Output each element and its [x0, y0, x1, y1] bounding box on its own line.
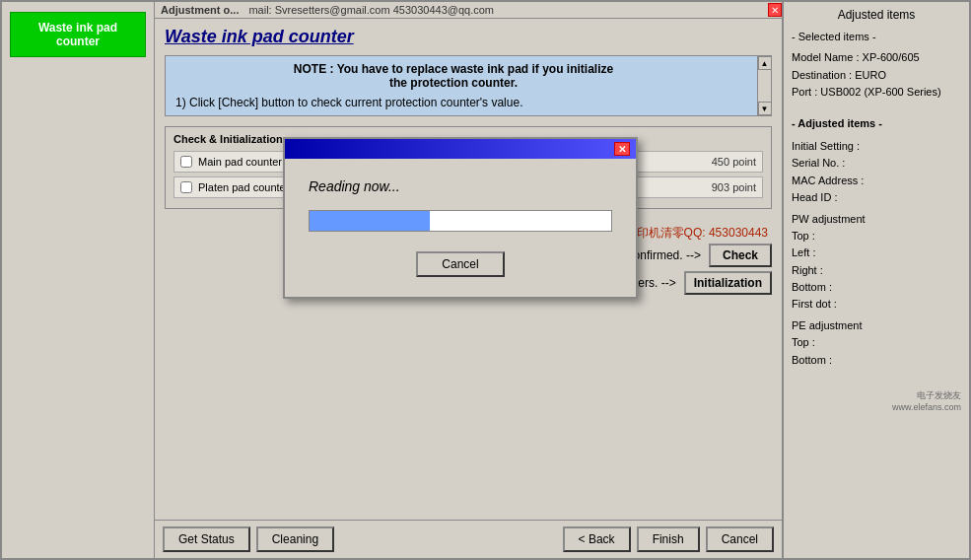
model-name-row: Model Name : XP-600/605 [792, 50, 961, 65]
modal-cancel-button[interactable]: Cancel [416, 251, 504, 277]
pw-left-label: Left : [792, 246, 815, 258]
pw-firstdot-row: First dot : [792, 297, 961, 312]
reading-dialog: ✕ Reading now... Cancel [283, 137, 638, 299]
modal-body: Reading now... Cancel [285, 159, 636, 297]
right-panel-title: Adjusted items [792, 8, 961, 22]
pw-firstdot-label: First dot : [792, 298, 837, 310]
cleaning-button[interactable]: Cleaning [256, 526, 334, 552]
app-title: Adjustment o... [155, 2, 244, 18]
pe-top-label: Top : [792, 336, 815, 348]
cancel-button[interactable]: Cancel [706, 526, 774, 552]
bottom-toolbar: Get Status Cleaning < Back Finish Cancel [155, 520, 782, 558]
pw-top-label: Top : [792, 230, 815, 242]
pw-adjustment-label: PW adjustment [792, 212, 961, 227]
pw-left-row: Left : [792, 245, 961, 260]
pe-bottom-row: Bottom : [792, 353, 961, 368]
pw-bottom-label: Bottom : [792, 281, 832, 293]
destination-label: Destination : [792, 69, 852, 81]
logo-text: 电子发烧友www.elefans.com [892, 389, 961, 412]
model-name-value: XP-600/605 [863, 51, 920, 63]
left-sidebar: Waste ink pad counter [2, 2, 155, 558]
serial-no-row: Serial No. : [792, 156, 961, 171]
right-panel: Adjusted items - Selected items - Model … [782, 2, 969, 558]
finish-button[interactable]: Finish [637, 526, 700, 552]
back-button[interactable]: < Back [563, 526, 631, 552]
port-value: USB002 (XP-600 Series) [820, 86, 940, 98]
port-label: Port : [792, 86, 817, 98]
main-content: Adjustment o... mail: Svresetters@gmail.… [155, 2, 782, 558]
modal-overlay: ✕ Reading now... Cancel [155, 19, 782, 520]
sidebar-item-waste-ink[interactable]: Waste ink pad counter [10, 12, 146, 57]
email-bar: mail: Svresetters@gmail.com 453030443@qq… [244, 2, 498, 18]
app-top-bar: Adjustment o... mail: Svresetters@gmail.… [155, 2, 782, 19]
modal-cancel-row: Cancel [309, 251, 612, 277]
selected-items-header: - Selected items - [792, 30, 961, 44]
progress-container [309, 210, 612, 232]
serial-no-label: Serial No. : [792, 157, 845, 169]
initial-setting-row: Initial Setting : [792, 139, 961, 154]
main-window: Waste ink pad counter Adjustment o... ma… [0, 0, 971, 560]
modal-titlebar: ✕ [285, 139, 636, 159]
destination-row: Destination : EURO [792, 68, 961, 83]
destination-value: EURO [855, 69, 886, 81]
content-area: Waste ink pad counter NOTE : You have to… [155, 19, 782, 520]
model-name-label: Model Name : [792, 51, 859, 63]
pw-bottom-row: Bottom : [792, 280, 961, 295]
pw-right-row: Right : [792, 263, 961, 278]
progress-bar [310, 211, 430, 231]
reading-text: Reading now... [309, 178, 612, 194]
adjusted-items-header: - Adjusted items - [792, 116, 961, 131]
window-close-btn[interactable]: ✕ [768, 3, 782, 17]
pe-bottom-label: Bottom : [792, 354, 832, 366]
pe-top-row: Top : [792, 335, 961, 350]
pw-top-row: Top : [792, 229, 961, 244]
head-id-label: Head ID : [792, 191, 837, 203]
mac-address-label: MAC Address : [792, 175, 864, 186]
pw-right-label: Right : [792, 264, 823, 276]
initial-setting-label: Initial Setting : [792, 140, 860, 152]
mac-address-row: MAC Address : [792, 174, 961, 188]
modal-close-button[interactable]: ✕ [614, 142, 630, 156]
head-id-row: Head ID : [792, 190, 961, 205]
port-row: Port : USB002 (XP-600 Series) [792, 85, 961, 100]
get-status-button[interactable]: Get Status [163, 526, 250, 552]
pe-adjustment-label: PE adjustment [792, 318, 961, 333]
